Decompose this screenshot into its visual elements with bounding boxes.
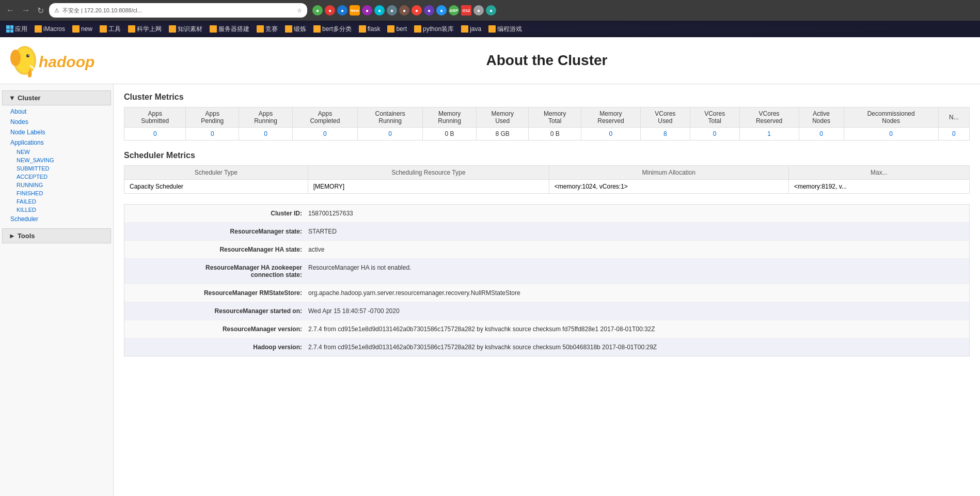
ext-icon-7[interactable]: ● [399, 5, 409, 16]
sidebar-item-applications[interactable]: Applications [0, 137, 113, 148]
active-nodes-link[interactable]: 1 [767, 130, 771, 137]
sidebar-sublink-finished[interactable]: FINISHED [0, 189, 113, 197]
sidebar-item-node-labels[interactable]: Node Labels [0, 127, 113, 137]
extensions-bar: ● ● ● New ● ● ● ● ● ● ● ABP O12 ● ● [310, 5, 498, 16]
col-memory-used: MemoryUsed [476, 107, 528, 128]
col-apps-completed: AppsCompleted [292, 107, 357, 128]
main-layout: ▼ Cluster About Nodes Node Labels Applic… [0, 84, 980, 496]
bookmark-bert2[interactable]: bert [385, 24, 409, 34]
bookmark-knowledge[interactable]: 知识素材 [167, 24, 204, 35]
col-memory-running: MemoryRunning [423, 107, 477, 128]
bookmark-label: 科学上网 [137, 25, 162, 34]
sidebar-sublink-failed[interactable]: FAILED [0, 197, 113, 206]
info-row-rm-store: ResourceManager RMStateStore: org.apache… [124, 284, 969, 302]
ext-icon-10[interactable]: ● [436, 5, 447, 16]
ext-abp[interactable]: ABP [449, 5, 459, 16]
col-memory-reserved: MemoryReserved [581, 107, 640, 128]
expand-icon: ▼ [9, 94, 15, 102]
bookmark-label: 工具 [108, 25, 121, 34]
hadoop-logo: hadoop [10, 42, 114, 79]
cluster-label: Cluster [18, 94, 41, 102]
sidebar: ▼ Cluster About Nodes Node Labels Applic… [0, 84, 114, 496]
sched-val-type: Capacity Scheduler [124, 180, 308, 194]
info-row-rm-started: ResourceManager started on: Wed Apr 15 1… [124, 302, 969, 320]
ext-icon-12[interactable]: ● [486, 5, 496, 16]
sched-val-max: <memory:8192, v... [788, 180, 969, 194]
sidebar-sublink-submitted[interactable]: SUBMITTED [0, 164, 113, 173]
ext-icon-11[interactable]: ● [473, 5, 484, 16]
val-vcores-used: 8 [640, 128, 690, 141]
back-button[interactable]: ← [4, 5, 17, 16]
cluster-info: Cluster ID: 1587001257633 ResourceManage… [124, 204, 970, 357]
sidebar-item-scheduler[interactable]: Scheduler [0, 214, 113, 224]
info-row-hadoop-version: Hadoop version: 2.7.4 from cd915e1e8d9d0… [124, 338, 969, 356]
sidebar-item-nodes[interactable]: Nodes [0, 117, 113, 127]
ext-o12[interactable]: O12 [461, 5, 471, 16]
info-value-rm-store: org.apache.hadoop.yarn.server.resourcema… [308, 289, 961, 297]
info-row-cluster-id: Cluster ID: 1587001257633 [124, 205, 969, 223]
cluster-metrics-table: AppsSubmitted AppsPending AppsRunning Ap… [124, 107, 970, 141]
info-value-rm-started: Wed Apr 15 18:40:57 -0700 2020 [308, 307, 961, 315]
bookmark-label: java [470, 25, 481, 33]
bookmark-label: flask [368, 25, 381, 33]
info-label-rm-store: ResourceManager RMStateStore: [133, 289, 308, 297]
ext-icon-5[interactable]: ● [374, 5, 385, 16]
bookmark-imacros[interactable]: iMacros [33, 24, 67, 34]
bookmark-contest[interactable]: 竞赛 [255, 24, 280, 35]
ext-icon-8[interactable]: ● [412, 5, 422, 16]
new-badge[interactable]: New [350, 5, 360, 16]
bookmark-games[interactable]: 编程游戏 [486, 24, 524, 35]
svg-text:hadoop: hadoop [39, 53, 94, 70]
decommissioned-link[interactable]: 0 [819, 130, 823, 137]
val-apps-completed: 0 [292, 128, 357, 141]
sidebar-sublink-accepted[interactable]: ACCEPTED [0, 173, 113, 181]
apps-bookmark[interactable]: 应用 [4, 24, 29, 35]
forward-button[interactable]: → [20, 5, 32, 16]
ext-icon-6[interactable]: ● [387, 5, 397, 16]
col-active-nodes: ActiveNodes [799, 107, 844, 128]
col-apps-submitted: AppsSubmitted [124, 107, 186, 128]
sidebar-tools-section: ► Tools [0, 228, 113, 243]
bookmark-exercise[interactable]: 锻炼 [283, 24, 308, 35]
ext-icon-3[interactable]: ● [337, 5, 347, 16]
sidebar-sublink-running[interactable]: RUNNING [0, 181, 113, 189]
info-value-hadoop-version: 2.7.4 from cd915e1e8d9d0131462a0b7301586… [308, 344, 961, 351]
col-apps-pending: AppsPending [186, 107, 239, 128]
bookmark-server[interactable]: 服务器搭建 [208, 24, 251, 35]
col-containers-running: ContainersRunning [358, 107, 423, 128]
info-row-rm-state: ResourceManager state: STARTED [124, 223, 969, 241]
col-memory-total: MemoryTotal [529, 107, 581, 128]
sched-val-min-alloc: <memory:1024, vCores:1> [549, 180, 788, 194]
bookmark-label: 服务器搭建 [218, 25, 249, 34]
reload-button[interactable]: ↻ [35, 5, 46, 17]
svg-point-3 [26, 54, 29, 57]
bookmark-label: python装库 [423, 25, 454, 34]
cluster-header[interactable]: ▼ Cluster [2, 90, 111, 105]
scheduler-metrics-title: Scheduler Metrics [124, 151, 970, 160]
bookmark-new[interactable]: new [70, 24, 94, 34]
val-more: 0 [938, 128, 969, 141]
sidebar-sublink-new[interactable]: NEW [0, 148, 113, 156]
info-row-rm-ha-state: ResourceManager HA state: active [124, 241, 969, 259]
sidebar-sublink-new-saving[interactable]: NEW_SAVING [0, 156, 113, 164]
star-icon[interactable]: ☆ [297, 7, 302, 14]
bookmark-flask[interactable]: flask [357, 24, 383, 34]
bookmark-vpn[interactable]: 科学上网 [126, 24, 164, 35]
col-vcores-used: VCoresUsed [640, 107, 690, 128]
bookmark-label: 知识素材 [178, 25, 202, 34]
info-value-rm-ha-state: active [308, 246, 961, 253]
sidebar-item-about[interactable]: About [0, 106, 113, 117]
bookmark-java[interactable]: java [459, 24, 483, 34]
bookmark-tools[interactable]: 工具 [98, 24, 123, 35]
sidebar-sublink-killed[interactable]: KILLED [0, 206, 113, 214]
col-vcores-reserved: VCoresReserved [739, 107, 799, 128]
address-bar[interactable]: ⚠ 不安全 | 172.20.10.10:8088/cl... ☆ [49, 3, 307, 18]
bookmark-python[interactable]: python装库 [412, 24, 456, 35]
info-value-rm-version: 2.7.4 from cd915e1e8d9d0131462a0b7301586… [308, 326, 961, 333]
tools-header[interactable]: ► Tools [2, 228, 111, 243]
ext-icon-4[interactable]: ● [362, 5, 372, 16]
bookmark-bert[interactable]: bert多分类 [311, 24, 354, 35]
ext-icon-2[interactable]: ● [325, 5, 335, 16]
ext-icon-9[interactable]: ● [424, 5, 434, 16]
ext-icon-1[interactable]: ● [312, 5, 323, 16]
